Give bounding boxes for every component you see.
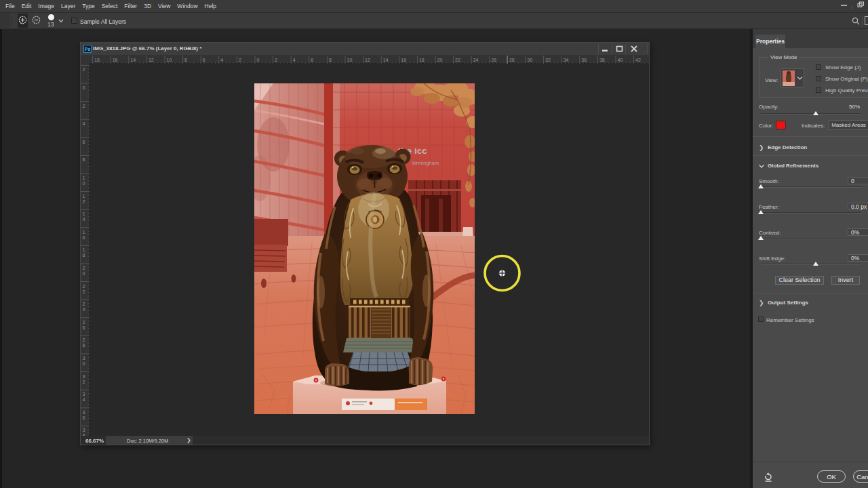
- svg-text:2: 2: [83, 67, 85, 72]
- svg-text:32: 32: [545, 58, 551, 62]
- svg-text:2: 2: [83, 284, 85, 289]
- svg-text:38: 38: [599, 58, 605, 62]
- svg-text:0: 0: [83, 361, 85, 366]
- svg-text:12: 12: [365, 58, 370, 62]
- svg-text:8: 8: [83, 253, 85, 258]
- svg-text:22: 22: [455, 58, 460, 62]
- svg-text:4: 4: [83, 121, 85, 126]
- svg-text:42: 42: [635, 58, 641, 62]
- svg-text:2: 2: [275, 58, 277, 62]
- svg-text:2: 2: [83, 289, 85, 294]
- svg-text:40: 40: [618, 58, 623, 62]
- svg-text:6: 6: [203, 58, 205, 62]
- svg-text:4: 4: [83, 217, 85, 222]
- svg-text:10: 10: [347, 58, 353, 62]
- svg-text:1: 1: [83, 230, 85, 235]
- svg-text:2: 2: [83, 302, 85, 306]
- svg-text:30: 30: [528, 58, 533, 62]
- svg-text:6: 6: [83, 415, 85, 420]
- svg-text:3: 3: [83, 392, 85, 396]
- svg-text:12: 12: [149, 58, 154, 62]
- svg-text:20: 20: [437, 58, 443, 62]
- svg-text:8: 8: [184, 58, 187, 62]
- svg-text:24: 24: [473, 58, 479, 62]
- svg-text:0: 0: [257, 58, 260, 62]
- svg-text:26: 26: [491, 58, 496, 62]
- svg-text:6: 6: [83, 325, 85, 330]
- svg-text:3: 3: [83, 374, 85, 379]
- svg-text:1: 1: [83, 176, 85, 180]
- svg-text:2: 2: [83, 338, 85, 342]
- svg-text:1: 1: [83, 211, 85, 216]
- svg-text:8: 8: [329, 58, 332, 62]
- svg-text:0: 0: [83, 181, 85, 186]
- svg-text:4: 4: [83, 307, 85, 312]
- svg-text:1: 1: [83, 247, 85, 252]
- svg-text:34: 34: [564, 58, 569, 62]
- svg-text:3: 3: [83, 356, 85, 361]
- svg-text:36: 36: [581, 58, 587, 62]
- svg-text:3: 3: [83, 428, 85, 432]
- svg-text:0: 0: [83, 271, 85, 276]
- svg-text:28: 28: [509, 58, 515, 62]
- svg-text:2: 2: [239, 58, 241, 62]
- svg-text:16: 16: [401, 58, 406, 62]
- svg-text:2: 2: [83, 266, 85, 270]
- svg-text:4: 4: [83, 397, 85, 402]
- svg-text:16: 16: [113, 58, 118, 62]
- svg-text:2: 2: [83, 199, 85, 204]
- svg-text:4: 4: [293, 58, 296, 62]
- svg-text:2: 2: [83, 104, 85, 108]
- svg-text:2: 2: [83, 380, 85, 384]
- svg-text:10: 10: [167, 58, 172, 62]
- svg-text:birmingham: birmingham: [412, 160, 439, 166]
- svg-text:6: 6: [83, 235, 85, 240]
- svg-text:0: 0: [83, 85, 85, 90]
- svg-text:1: 1: [83, 194, 85, 199]
- svg-text:8: 8: [83, 157, 85, 162]
- svg-text:18: 18: [94, 58, 100, 62]
- svg-text:14: 14: [383, 58, 389, 62]
- svg-text:6: 6: [311, 58, 313, 62]
- svg-text:2: 2: [83, 320, 85, 325]
- svg-text:14: 14: [130, 58, 136, 62]
- svg-text:6: 6: [83, 140, 85, 144]
- svg-text:8: 8: [83, 343, 85, 348]
- svg-text:3: 3: [83, 410, 85, 415]
- svg-text:18: 18: [419, 58, 425, 62]
- svg-text:4: 4: [220, 58, 223, 62]
